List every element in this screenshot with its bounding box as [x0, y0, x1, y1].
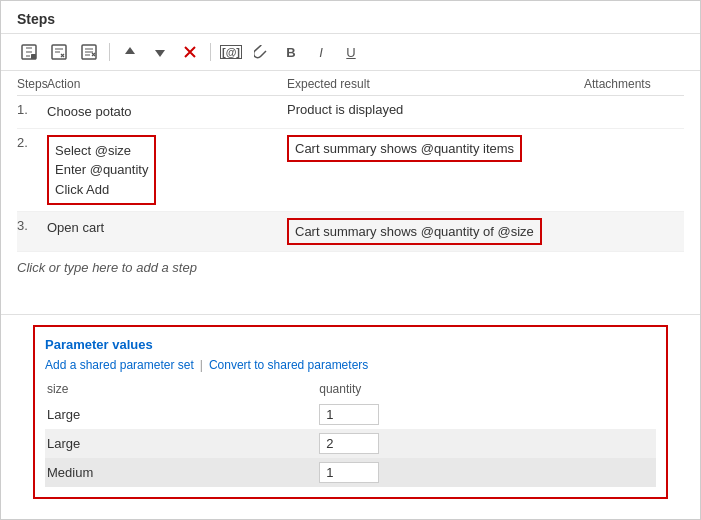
param-table-body: Large 1 Large 2 Medium 1 [45, 400, 656, 487]
convert-to-shared-link[interactable]: Convert to shared parameters [209, 358, 368, 372]
italic-icon: I [319, 45, 323, 60]
add-step-hint[interactable]: Click or type here to add a step [17, 252, 684, 283]
steps-table-area: Steps Action Expected result Attachments… [1, 71, 700, 314]
add-step-button[interactable] [17, 40, 41, 64]
svg-rect-1 [31, 54, 36, 59]
section-title: Steps [1, 1, 700, 34]
step-number-3: 3. [17, 218, 47, 233]
divider-1 [109, 43, 110, 61]
parameter-values-box: Parameter values Add a shared parameter … [33, 325, 668, 499]
param-col-size: size [45, 380, 317, 400]
bold-button[interactable]: B [279, 40, 303, 64]
parameter-values-section: Parameter values Add a shared parameter … [1, 315, 700, 519]
toolbar: [@] B I U [1, 34, 700, 71]
add-shared-param-link[interactable]: Add a shared parameter set [45, 358, 194, 372]
step-expected-1[interactable]: Product is displayed [287, 102, 584, 117]
column-headers: Steps Action Expected result Attachments [17, 71, 684, 96]
main-container: Steps [@] B I [0, 0, 701, 520]
col-attachments: Attachments [584, 77, 684, 91]
param-qty-1[interactable]: 1 [317, 400, 656, 429]
param-qty-2[interactable]: 2 [317, 429, 656, 458]
param-qty-3[interactable]: 1 [317, 458, 656, 487]
param-table-header-row: size quantity [45, 380, 656, 400]
parameter-button[interactable]: [@] [219, 40, 243, 64]
delete-button[interactable] [178, 40, 202, 64]
italic-button[interactable]: I [309, 40, 333, 64]
col-action: Action [47, 77, 287, 91]
list-item: Large 2 [45, 429, 656, 458]
parameter-table: size quantity Large 1 Large 2 [45, 380, 656, 487]
param-col-quantity: quantity [317, 380, 656, 400]
step-action-1[interactable]: Choose potato [47, 102, 287, 122]
param-size-3[interactable]: Medium [45, 458, 317, 487]
parameter-links: Add a shared parameter set | Convert to … [45, 358, 656, 372]
link-separator: | [200, 358, 203, 372]
step-number-1: 1. [17, 102, 47, 117]
table-row: 3. Open cart Cart summary shows @quantit… [17, 212, 684, 252]
attachment-button[interactable] [249, 40, 273, 64]
col-expected: Expected result [287, 77, 584, 91]
table-row: 1. Choose potato Product is displayed [17, 96, 684, 129]
param-size-2[interactable]: Large [45, 429, 317, 458]
step-action-2-redbox[interactable]: Select @size Enter @quantity Click Add [47, 135, 156, 206]
step-expected-2[interactable]: Cart summary shows @quantity items [287, 135, 584, 162]
step-number-2: 2. [17, 135, 47, 150]
underline-button[interactable]: U [339, 40, 363, 64]
table-row: 2. Select @size Enter @quantity Click Ad… [17, 129, 684, 213]
list-item: Medium 1 [45, 458, 656, 487]
param-qty-value-2[interactable]: 2 [319, 433, 379, 454]
insert-step-button[interactable] [47, 40, 71, 64]
bold-icon: B [286, 45, 295, 60]
delete-step-button[interactable] [77, 40, 101, 64]
param-qty-value-1[interactable]: 1 [319, 404, 379, 425]
step-expected-2-redbox[interactable]: Cart summary shows @quantity items [287, 135, 522, 162]
move-down-button[interactable] [148, 40, 172, 64]
move-up-button[interactable] [118, 40, 142, 64]
underline-icon: U [346, 45, 355, 60]
col-steps: Steps [17, 77, 47, 91]
divider-2 [210, 43, 211, 61]
param-qty-value-3[interactable]: 1 [319, 462, 379, 483]
step-expected-3-redbox[interactable]: Cart summary shows @quantity of @size [287, 218, 542, 245]
step-action-2[interactable]: Select @size Enter @quantity Click Add [47, 135, 287, 206]
step-expected-3[interactable]: Cart summary shows @quantity of @size [287, 218, 584, 245]
parameter-values-title: Parameter values [45, 337, 656, 352]
list-item: Large 1 [45, 400, 656, 429]
param-size-1[interactable]: Large [45, 400, 317, 429]
step-action-3[interactable]: Open cart [47, 218, 287, 238]
